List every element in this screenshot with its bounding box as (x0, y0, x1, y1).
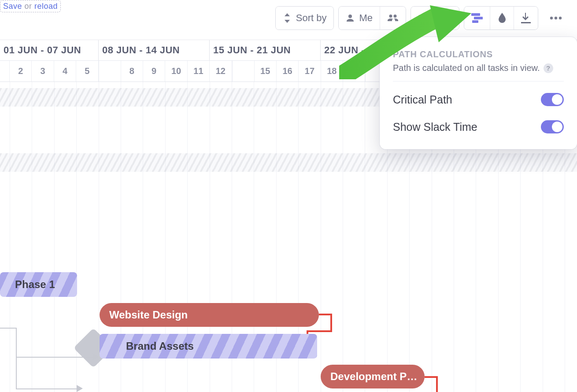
droplet-icon (498, 13, 507, 23)
day-cell (99, 61, 121, 81)
svg-point-4 (555, 17, 557, 19)
me-filter-button[interactable]: Me (339, 7, 380, 30)
week-header: 01 JUN - 07 JUN (0, 40, 99, 60)
day-cell: 11 (188, 61, 210, 81)
critical-line (307, 330, 332, 332)
task-bar-phase1[interactable]: Phase 1 (0, 272, 77, 297)
critical-line (436, 376, 438, 392)
download-icon (521, 13, 531, 23)
sort-icon (283, 13, 292, 23)
task-label: Phase 1 (15, 278, 55, 291)
task-bar-website[interactable]: Website Design (100, 303, 319, 327)
download-button[interactable] (514, 7, 538, 30)
task-label: Development P… (330, 370, 417, 383)
slack-time-switch[interactable] (541, 120, 564, 133)
hint-reload[interactable]: reload (34, 2, 58, 11)
people-icon (387, 14, 399, 22)
day-cell: 9 (143, 61, 165, 81)
hint-save[interactable]: Save (3, 2, 22, 11)
task-label: Website Design (109, 309, 188, 321)
gantt-path-icon (471, 13, 483, 23)
toolbar: Sort by Me (275, 6, 569, 30)
day-cell: 10 (165, 61, 187, 81)
expand-icon (442, 13, 452, 23)
help-icon[interactable]: ? (544, 63, 553, 73)
day-cell (0, 61, 10, 81)
svg-point-5 (559, 17, 562, 19)
week-header: 08 JUN - 14 JUN (99, 40, 210, 60)
svg-rect-1 (474, 17, 483, 19)
autosave-hint: Save or reload (0, 0, 61, 12)
popover-subtitle: Path is calculated on all tasks in view. (393, 63, 540, 73)
sort-button[interactable]: Sort by (276, 7, 334, 30)
me-label: Me (359, 12, 373, 24)
day-cell: 5 (76, 61, 98, 81)
week-header: 15 JUN - 21 JUN (210, 40, 321, 60)
day-cell: 19 (343, 61, 365, 81)
task-bar-dev[interactable]: Development P… (321, 365, 425, 388)
collapse-button[interactable] (411, 7, 435, 30)
toggle-label: Critical Path (393, 93, 452, 106)
day-cell: 3 (32, 61, 54, 81)
task-bar-brand[interactable]: Brand Assets (100, 334, 317, 359)
team-filter-button[interactable] (380, 7, 406, 30)
color-button[interactable] (490, 7, 514, 30)
locked-band (0, 153, 577, 172)
more-button[interactable] (543, 7, 569, 30)
ellipsis-icon (550, 16, 562, 20)
critical-path-switch[interactable] (541, 93, 564, 106)
day-cell: 2 (10, 61, 32, 81)
path-calc-popover: PATH CALCULATIONS Path is calculated on … (380, 37, 577, 149)
svg-rect-0 (471, 13, 480, 16)
sort-label: Sort by (296, 12, 327, 24)
person-icon (346, 14, 355, 22)
svg-point-3 (550, 17, 553, 19)
path-calc-button[interactable] (464, 7, 490, 30)
day-cell: 16 (277, 61, 299, 81)
expand-button[interactable] (435, 7, 459, 30)
toggle-label: Show Slack Time (393, 121, 477, 133)
critical-line (330, 314, 332, 332)
day-cell: 17 (299, 61, 321, 81)
task-label: Brand Assets (126, 340, 194, 352)
toggle-critical-path: Critical Path (393, 86, 564, 113)
compress-icon (418, 13, 428, 23)
day-cell: 4 (54, 61, 76, 81)
day-cell: 15 (255, 61, 277, 81)
day-cell: 8 (121, 61, 143, 81)
day-cell: 12 (210, 61, 232, 81)
popover-title: PATH CALCULATIONS (393, 49, 564, 59)
toggle-slack-time: Show Slack Time (393, 113, 564, 141)
day-cell (233, 61, 255, 81)
day-cell: 18 (321, 61, 343, 81)
svg-rect-2 (472, 20, 478, 23)
